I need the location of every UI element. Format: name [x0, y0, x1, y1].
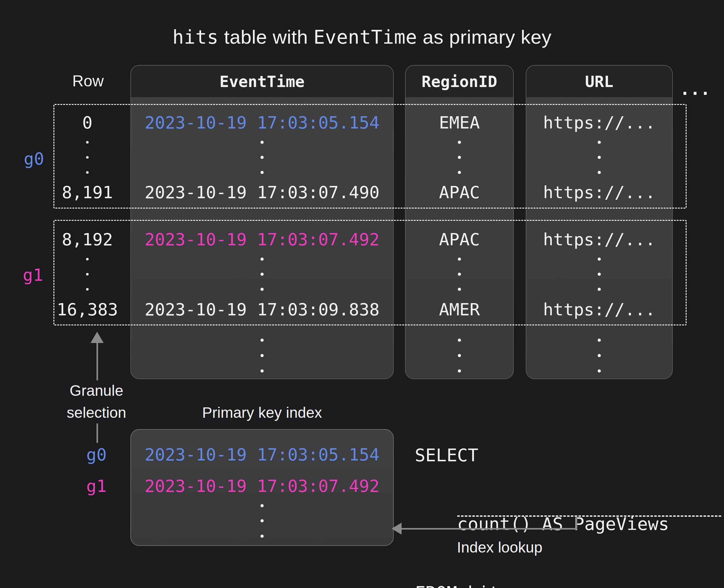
url-column-header: URL [526, 66, 672, 98]
row-number: 0 [82, 113, 93, 132]
regionid-value: APAC [439, 183, 480, 202]
url-value: https://... [543, 300, 656, 319]
ellipsis-dot [458, 370, 461, 373]
ellipsis-dot [458, 354, 461, 357]
ellipsis-dot [261, 339, 264, 342]
ellipsis-dot [261, 370, 264, 373]
row-number: 16,383 [57, 300, 118, 319]
url-value: https://... [543, 113, 656, 132]
granule-selection-label-line2: selection [67, 404, 126, 421]
sql-query: SELECT count() AS PageViews FROM hits WH… [415, 398, 701, 588]
regionid-value: APAC [439, 230, 480, 249]
granule-g0-label: g0 [24, 149, 44, 169]
ellipsis-dot [261, 534, 264, 538]
granule-selection-line-lower [97, 423, 98, 443]
row-number: 8,191 [62, 183, 113, 202]
title-mid-text: table with [219, 26, 313, 48]
index-entry-g1-label: g1 [86, 476, 106, 496]
sql-line-from: FROM hits [415, 581, 701, 588]
ellipsis-dot [598, 339, 601, 342]
title-code-hits: hits [172, 26, 219, 48]
regionid-value: AMER [439, 300, 480, 319]
ellipsis-dot [261, 519, 264, 522]
sql-line-select: SELECT [415, 443, 701, 466]
eventtime-column-header: EventTime [131, 66, 393, 98]
index-entry-g0-label: g0 [86, 445, 106, 465]
eventtime-value: 2023-10-19 17:03:07.492 [145, 230, 379, 249]
index-entry-g1-value: 2023-10-19 17:03:07.492 [145, 476, 379, 496]
eventtime-value: 2023-10-19 17:03:05.154 [145, 113, 379, 132]
granule-selection-label-line1: Granule [70, 382, 124, 399]
granule-selection-arrowhead-icon [90, 332, 104, 343]
index-lookup-line-horizontal [400, 528, 577, 530]
title-code-eventtime: EventTime [314, 26, 417, 48]
index-lookup-line-vertical [576, 517, 577, 529]
url-value: https://... [543, 183, 656, 202]
ellipsis-dot [598, 370, 601, 373]
more-columns-ellipsis: ... [680, 79, 710, 99]
primary-key-index-title: Primary key index [202, 404, 322, 421]
regionid-column-header: RegionID [406, 66, 513, 98]
granule-selection-line-upper [97, 342, 98, 380]
index-lookup-label: Index lookup [457, 539, 542, 556]
ellipsis-dot [458, 339, 461, 342]
ellipsis-dot [261, 504, 264, 507]
index-lookup-arrowhead-icon [392, 523, 401, 534]
eventtime-value: 2023-10-19 17:03:07.490 [145, 183, 379, 202]
granule-g1-label: g1 [23, 265, 43, 285]
diagram-title: hits table with EventTime as primary key [0, 26, 724, 48]
regionid-value: EMEA [439, 113, 480, 132]
row-number: 8,192 [62, 230, 113, 249]
diagram-canvas: hits table with EventTime as primary key… [0, 0, 724, 588]
index-entry-g0-value: 2023-10-19 17:03:05.154 [145, 445, 379, 465]
row-column-header: Row [72, 72, 104, 90]
ellipsis-dot [598, 354, 601, 357]
eventtime-value: 2023-10-19 17:03:09.838 [145, 300, 379, 319]
title-tail-text: as primary key [417, 26, 552, 48]
predicate-underline [457, 516, 721, 517]
url-value: https://... [543, 230, 656, 249]
ellipsis-dot [261, 354, 264, 357]
